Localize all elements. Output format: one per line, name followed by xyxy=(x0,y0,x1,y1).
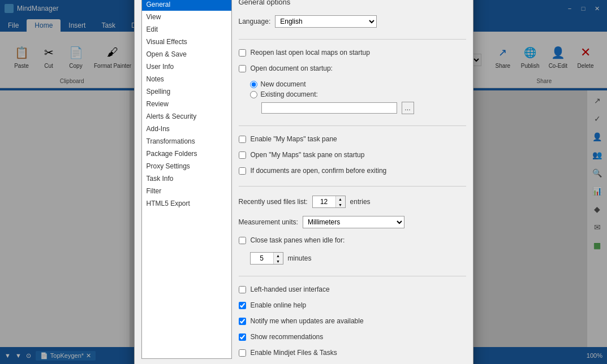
nav-item-alerts[interactable]: Alerts & Security xyxy=(142,110,231,123)
left-handed-row: Left-handed user interface xyxy=(239,285,466,293)
measurement-row: Measurement units: Millimeters Centimete… xyxy=(239,216,466,228)
close-task-panes-checkbox[interactable] xyxy=(239,237,246,244)
minutes-label: minutes xyxy=(288,254,312,262)
confirm-exit-label: If documents are open, confirm before ex… xyxy=(251,167,387,175)
notify-updates-row: Notify me when updates are available xyxy=(239,317,466,325)
nav-item-transformations[interactable]: Transformations xyxy=(142,135,231,148)
reopen-checkbox[interactable] xyxy=(239,49,246,57)
close-task-panes-row: Close task panes when idle for: xyxy=(239,236,466,244)
nav-item-review[interactable]: Review xyxy=(142,98,231,110)
nav-item-html5[interactable]: HTML5 Export xyxy=(142,197,231,210)
nav-item-visual-effects[interactable]: Visual Effects xyxy=(142,36,231,48)
open-my-maps-label: Open "My Maps" task pane on startup xyxy=(251,151,365,159)
language-select[interactable]: English German French Spanish xyxy=(275,15,377,28)
online-help-checkbox[interactable] xyxy=(239,302,246,309)
open-startup-label: Open document on startup: xyxy=(251,64,333,72)
idle-up[interactable]: ▲ xyxy=(274,253,283,258)
recently-used-down[interactable]: ▼ xyxy=(336,202,345,207)
recently-used-up[interactable]: ▲ xyxy=(336,196,345,202)
nav-item-general[interactable]: General xyxy=(142,0,231,11)
open-startup-checkbox[interactable] xyxy=(239,65,246,72)
nav-item-filter[interactable]: Filter xyxy=(142,185,231,197)
idle-minutes-row: ▲ ▼ minutes xyxy=(250,252,466,265)
left-handed-label: Left-handed user interface xyxy=(251,285,330,293)
measurement-select[interactable]: Millimeters Centimeters Inches Points xyxy=(303,216,404,228)
doc-path-input[interactable] xyxy=(261,102,397,114)
measurement-label: Measurement units: xyxy=(239,218,298,226)
doc-path-row: … xyxy=(261,102,466,114)
enable-mindjet-checkbox[interactable] xyxy=(239,349,246,357)
existing-document-label: Existing document: xyxy=(261,90,318,98)
nav-item-view[interactable]: View xyxy=(142,11,231,23)
open-my-maps-checkbox[interactable] xyxy=(239,151,246,159)
entries-label: entries xyxy=(350,198,371,206)
section-title: General options xyxy=(239,0,466,6)
existing-document-row: Existing document: xyxy=(250,90,466,98)
nav-item-addins[interactable]: Add-Ins xyxy=(142,123,231,135)
modal-overlay: MindManager Options ✕ General View Edit … xyxy=(0,0,607,364)
existing-document-radio[interactable] xyxy=(250,91,257,98)
enable-mindjet-label: Enable Mindjet Files & Tasks xyxy=(251,349,337,357)
document-radio-group: New document Existing document: … xyxy=(250,80,466,116)
notify-updates-checkbox[interactable] xyxy=(239,318,246,325)
idle-down[interactable]: ▼ xyxy=(274,258,283,264)
language-row: Language: English German French Spanish xyxy=(239,15,466,28)
open-startup-row: Open document on startup: xyxy=(239,64,466,72)
nav-item-open-save[interactable]: Open & Save xyxy=(142,48,231,60)
nav-item-package-folders[interactable]: Package Folders xyxy=(142,148,231,160)
enable-my-maps-row: Enable "My Maps" task pane xyxy=(239,135,466,143)
notify-updates-label: Notify me when updates are available xyxy=(251,317,364,325)
nav-item-user-info[interactable]: User Info xyxy=(142,60,231,73)
recently-used-input[interactable] xyxy=(313,197,335,207)
show-recommendations-label: Show recommendations xyxy=(251,333,324,341)
app-window: MindManager − □ ✕ File Home Insert Task … xyxy=(0,0,607,364)
close-task-panes-label: Close task panes when idle for: xyxy=(251,236,345,244)
recently-used-row: Recently used files list: ▲ ▼ entries xyxy=(239,196,466,208)
options-nav-list: General View Edit Visual Effects Open & … xyxy=(141,0,232,359)
options-dialog: MindManager Options ✕ General View Edit … xyxy=(134,0,473,364)
show-recommendations-checkbox[interactable] xyxy=(239,333,246,341)
enable-my-maps-label: Enable "My Maps" task pane xyxy=(251,135,337,143)
show-recommendations-row: Show recommendations xyxy=(239,333,466,341)
language-label: Language: xyxy=(239,18,271,25)
confirm-exit-row: If documents are open, confirm before ex… xyxy=(239,167,466,175)
confirm-exit-checkbox[interactable] xyxy=(239,167,246,175)
nav-item-spelling[interactable]: Spelling xyxy=(142,85,231,98)
nav-item-task-info[interactable]: Task Info xyxy=(142,172,231,185)
online-help-label: Enable online help xyxy=(251,301,307,309)
browse-button[interactable]: … xyxy=(402,102,414,114)
new-document-label: New document xyxy=(261,80,306,88)
recently-used-label: Recently used files list: xyxy=(239,198,308,206)
idle-spinner-btns: ▲ ▼ xyxy=(273,253,283,264)
nav-item-proxy[interactable]: Proxy Settings xyxy=(142,160,231,172)
idle-minutes-input[interactable] xyxy=(251,253,273,263)
new-document-row: New document xyxy=(250,80,466,88)
options-panel: General options Language: English German… xyxy=(239,0,466,359)
enable-my-maps-checkbox[interactable] xyxy=(239,136,246,143)
recently-used-spinner-btns: ▲ ▼ xyxy=(335,196,345,207)
reopen-row: Reopen last open local maps on startup xyxy=(239,49,466,57)
enable-mindjet-row: Enable Mindjet Files & Tasks xyxy=(239,349,466,357)
idle-spinner: ▲ ▼ xyxy=(250,252,283,265)
left-handed-checkbox[interactable] xyxy=(239,286,246,293)
dialog-body: General View Edit Visual Effects Open & … xyxy=(135,0,473,364)
nav-item-notes[interactable]: Notes xyxy=(142,73,231,85)
online-help-row: Enable online help xyxy=(239,301,466,309)
open-my-maps-row: Open "My Maps" task pane on startup xyxy=(239,151,466,159)
nav-item-edit[interactable]: Edit xyxy=(142,23,231,36)
new-document-radio[interactable] xyxy=(250,81,257,88)
reopen-label: Reopen last open local maps on startup xyxy=(251,49,370,57)
recently-used-spinner: ▲ ▼ xyxy=(312,196,346,208)
